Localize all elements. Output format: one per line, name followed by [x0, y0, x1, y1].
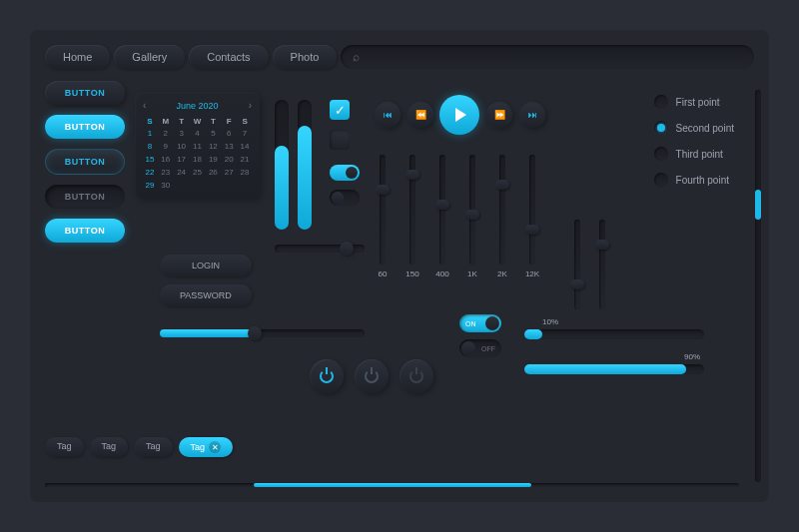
skip-forward-icon: ⏭ [528, 110, 537, 120]
forward-button[interactable]: ⏩ [486, 102, 512, 128]
progress-90: 90% [524, 364, 704, 374]
toggle-on[interactable] [330, 165, 360, 181]
slider-1[interactable] [275, 245, 365, 253]
radio-fourth[interactable]: Fourth point [654, 173, 734, 187]
eq-slider-2k[interactable] [499, 155, 505, 265]
nav-gallery[interactable]: Gallery [114, 45, 185, 69]
progress-10: 10% [524, 329, 704, 339]
button-inset[interactable]: BUTTON [45, 185, 125, 209]
power-button-3[interactable] [400, 359, 433, 393]
eq-label: 400 [432, 269, 452, 278]
button-outline[interactable]: BUTTON [45, 149, 125, 175]
eq-slider-12k[interactable] [529, 155, 535, 265]
skip-back-button[interactable]: ⏮ [375, 102, 400, 128]
checkbox-checked[interactable]: ✓ [330, 100, 350, 120]
scrollbar-thumb[interactable] [755, 190, 761, 220]
nav-contacts[interactable]: Contacts [189, 45, 268, 69]
calendar[interactable]: ‹ June 2020 › S M T W T F S 1234567 8910… [135, 92, 260, 199]
vertical-slider-2[interactable] [298, 100, 312, 230]
eq-label: 1K [462, 269, 482, 278]
radio-second[interactable]: Second point [654, 121, 734, 135]
search-input[interactable]: ⌕ [341, 45, 754, 69]
bottom-scrollbar[interactable] [45, 483, 739, 487]
nav-home[interactable]: Home [45, 45, 110, 69]
login-button[interactable]: LOGIN [160, 255, 252, 276]
tag-2[interactable]: Tag [90, 437, 129, 457]
nav-bar: Home Gallery Contacts Photo ⌕ [45, 45, 754, 69]
ui-kit-panel: Home Gallery Contacts Photo ⌕ BUTTON BUT… [30, 30, 769, 502]
eq-slider-150[interactable] [409, 155, 415, 265]
power-icon [365, 369, 379, 383]
rewind-icon: ⏪ [415, 110, 426, 120]
eq-slider-60[interactable] [380, 155, 386, 265]
radio-group: First point Second point Third point Fou… [654, 95, 734, 187]
search-icon: ⌕ [353, 50, 360, 64]
eq-label: 150 [402, 269, 422, 278]
eq-label: 60 [373, 269, 393, 278]
nav-photo[interactable]: Photo [273, 45, 338, 69]
scrollbar-vertical[interactable] [755, 90, 761, 482]
switch-on[interactable]: ON [459, 314, 501, 332]
close-icon[interactable]: ✕ [209, 441, 221, 453]
forward-icon: ⏩ [494, 110, 505, 120]
power-button-1[interactable] [310, 359, 344, 393]
vertical-slider-1[interactable] [275, 100, 289, 230]
mini-slider-1[interactable] [574, 220, 580, 309]
play-button[interactable] [439, 95, 479, 135]
bottom-scrollbar-thumb[interactable] [254, 483, 531, 487]
button-active[interactable]: BUTTON [45, 115, 125, 139]
rewind-button[interactable]: ⏪ [407, 102, 433, 128]
button-active-2[interactable]: BUTTON [45, 219, 125, 243]
checkbox-unchecked[interactable] [330, 130, 350, 150]
tag-1[interactable]: Tag [45, 437, 84, 457]
switch-off[interactable]: OFF [459, 339, 501, 357]
tag-3[interactable]: Tag [134, 437, 173, 457]
button-default[interactable]: BUTTON [45, 81, 125, 105]
skip-forward-button[interactable]: ⏭ [519, 102, 545, 128]
tag-active[interactable]: Tag✕ [179, 437, 234, 457]
power-button-2[interactable] [355, 359, 389, 393]
slider-2[interactable] [160, 329, 365, 337]
eq-label: 2K [492, 269, 512, 278]
eq-slider-400[interactable] [439, 155, 445, 265]
skip-back-icon: ⏮ [384, 110, 393, 120]
radio-third[interactable]: Third point [654, 147, 734, 161]
power-icon [320, 369, 334, 383]
eq-slider-1k[interactable] [469, 155, 475, 265]
calendar-prev-icon[interactable]: ‹ [143, 100, 146, 111]
check-icon: ✓ [335, 103, 346, 118]
play-icon [455, 108, 466, 122]
radio-first[interactable]: First point [654, 95, 734, 109]
calendar-grid: S M T W T F S 1234567 891011121314 15161… [143, 117, 252, 191]
password-button[interactable]: PASSWORD [160, 284, 252, 306]
calendar-month: June 2020 [176, 101, 218, 111]
power-icon [409, 369, 423, 383]
toggle-off[interactable] [330, 190, 360, 206]
mini-slider-2[interactable] [599, 220, 605, 309]
eq-label: 12K [522, 269, 542, 278]
calendar-next-icon[interactable]: › [249, 100, 252, 111]
